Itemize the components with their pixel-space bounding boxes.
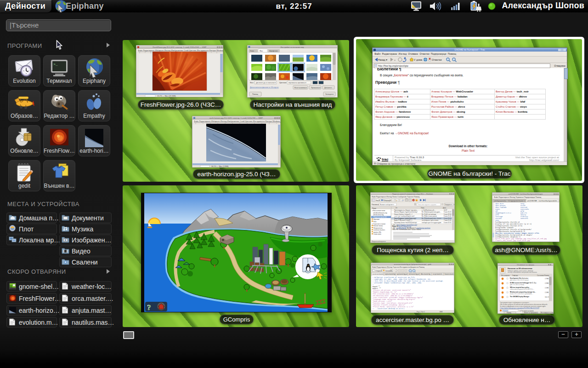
svg-text:Цветове:: Цветове:: [279, 81, 287, 84]
svg-text:Налични са 99 обновления: Налични са 99 обновления: [508, 267, 532, 270]
svg-text:Софтуер: Софтуер: [512, 275, 518, 276]
svg-text:Премахване: Премахване: [311, 87, 321, 89]
svg-text:ash@kambanaria.org: ash@kambanaria.org: [373, 212, 387, 214]
svg-text:Всички писма: Всички писма: [373, 225, 383, 227]
svg-text:Непрочетени: Непрочетени: [373, 227, 383, 229]
svg-text:trac: trac: [382, 157, 389, 161]
svg-text:вертикална преливка ▾: вертикална преливка ▾: [288, 82, 306, 84]
svg-text:Инсталиране: Инсталиране: [501, 275, 510, 276]
svg-text:Тема: Тема: [250, 50, 254, 52]
svg-text:Състояние: Състояние: [537, 275, 544, 276]
svg-text:Файл Редактиране Изглед Тър: Файл Редактиране Изглед Търсене Инструме…: [372, 266, 424, 268]
svg-text:6 юли 10:10: 6 юли 10:10: [444, 222, 452, 224]
svg-text:Шрифтове: Шрифтове: [269, 50, 278, 52]
svg-text:Добавяне…: Добавяне…: [324, 87, 334, 89]
svg-text:Поща: Поща: [372, 207, 376, 209]
svg-text:Re: [Публикации] нови думи…: Re: [Публикации] нови думи…: [422, 211, 441, 213]
svg-text:Настройки на външния вид: Настройки на външния вид: [281, 46, 304, 48]
svg-text:14:37: 14:37: [444, 209, 447, 211]
svg-text:Отваряне ▾: Отваряне ▾: [375, 270, 383, 272]
svg-text:atk.master.bg.po ✕: atk.master.bg.po ✕: [409, 273, 421, 275]
svg-text:#: ../accerciser.desktop.in.in: #: ../accerciser.desktop.in.in:3:1: [373, 308, 404, 310]
svg-text:34.2% — Мин (12MB): 34.2% — Мин (12MB): [211, 166, 229, 167]
svg-text:2,7MB: 2,7MB: [545, 278, 548, 280]
svg-text:at-spi.master.b… ✕: at-spi.master.b… ✕: [433, 273, 445, 275]
svg-text:ash@GNOME: /usr/share/backgrou: ash@GNOME: /usr/share/backgrounds/images: [508, 193, 543, 195]
svg-text:Инсталиране на обн…: Инсталиране на обн…: [541, 312, 554, 314]
svg-text:Фон: Фон: [260, 50, 263, 52]
svg-text:Файл Редактиране Изглед Пап: Файл Редактиране Изглед Папка Съобщение …: [372, 196, 419, 198]
svg-text:тях въпроси с дата готова: тях въпроси с дата готова: [422, 219, 438, 221]
svg-text:ash@contact.bg: ash@contact.bg: [373, 214, 384, 216]
svg-text:security vulnerabilities and p: security vulnerabilities and provide new…: [508, 271, 537, 273]
svg-text:accerciser.master.bg.po (/git/: accerciser.master.bg.po (/git/gnome/mast…: [394, 264, 431, 265]
svg-text:9 юли 16:20: 9 юли 16:20: [444, 211, 452, 213]
svg-text:Re: [Публикации] воист банкет…: Re: [Публикации] воист банкет…: [422, 218, 443, 219]
svg-text:• Въ основен резултат об'ъвлен: • Въ основен резултат об'ъвления with об…: [500, 304, 548, 305]
svg-text:Фон:: Фон:: [250, 81, 254, 84]
svg-text:Текущата п… ▾: Текущата п… ▾: [445, 204, 455, 206]
svg-text:Файл Редактиране Избиране И: Файл Редактиране Избиране Изглед Изображ…: [194, 120, 281, 122]
svg-text:ВМК: ВМК: [440, 311, 443, 313]
svg-text:От: От: [396, 207, 397, 209]
svg-text:Отметки: Отметки: [432, 58, 441, 61]
svg-text:гноме-прев: гноме-прев: [373, 233, 381, 235]
svg-text:FreshFlower.jpg-26.0 (ЧЗС спек: FreshFlower.jpg-26.0 (ЧЗС спектър, 1 сло…: [153, 46, 207, 48]
svg-text:▾ Търсения в папки: ▾ Търсения в папки: [372, 223, 385, 225]
svg-text:earth-horizon.jpg-25.0 (ЧЗС сп: earth-horizon.jpg-25.0 (ЧЗС спектър, 1 с…: [209, 117, 263, 119]
svg-text:Пощенска кутия (2 непрочетени,: Пощенска кутия (2 непрочетени, общо 26) …: [392, 193, 433, 195]
svg-text:Чернови: Чернови: [373, 218, 379, 220]
svg-text:▾: ▾: [394, 59, 396, 62]
svg-text:• https://admin.fedoraproject.: • https://admin.fedoraproject.org/update…: [500, 307, 539, 309]
svg-text:2,2MB: 2,2MB: [545, 282, 548, 284]
svg-text:Нов ▾: Нов ▾: [376, 200, 380, 201]
svg-text:Красимир Чонов «mk2616@abv.bg»: Красимир Чонов «mk2616@abv.bg»: [394, 222, 417, 224]
svg-text:zoneinfo: zoneinfo: [520, 218, 528, 219]
svg-text:?: ?: [147, 303, 151, 312]
svg-text:Допълнителни фонове от Интерне: Допълнителни фонове от Интернет: [250, 86, 279, 88]
svg-text:brasero.maste…: brasero.maste…: [445, 273, 454, 275]
svg-text:evolution-hackers: evolution-hackers: [373, 229, 385, 231]
svg-text:8 юли 21:40: 8 юли 21:40: [444, 215, 452, 217]
svg-text:дисплеят да се запълни ▾: дисплеят да се запълни ▾: [256, 82, 276, 84]
svg-text:# Alexander Shopov <ash@contac: # Alexander Shopov <ash@contact.bg> 2007…: [373, 282, 422, 284]
svg-text:Показвани:: Показвани:: [372, 204, 380, 206]
svg-text:9 юли 18:30: 9 юли 18:30: [444, 213, 452, 215]
svg-text:Дата: Дата: [443, 207, 446, 209]
svg-text:Ред 1, Кол 1: Ред 1, Кол 1: [417, 311, 425, 313]
svg-text:Изпете на програмата: Изпете на програмата: [524, 312, 538, 314]
svg-text:Назад ▾: Назад ▾: [378, 58, 387, 61]
svg-text:Re: [Су]Устни преводи: Re: [Су]Устни преводи: [422, 213, 436, 215]
svg-text:Stoyan Dimitrov «stoyan@...»: Stoyan Dimitrov «stoyan@...»: [394, 213, 413, 215]
svg-text:The GNOME Display Manager: The GNOME Display Manager: [510, 296, 530, 298]
svg-text:Помощ: Помощ: [252, 93, 259, 95]
svg-text:Всички съобщения ▾: Всички съобщения ▾: [380, 204, 394, 206]
svg-text:gnome-i18n: gnome-i18n: [373, 231, 381, 233]
svg-text:Explo-IT Research «info@...»: Explo-IT Research «info@...»: [394, 219, 413, 221]
svg-text:Кош: Кош: [373, 221, 377, 223]
svg-text:glib2-devel-2.30.0-3.fc12 (зап: glib2-devel-2.30.0-3.fc12 (запаз): [510, 279, 529, 281]
svg-text:2,1MB: 2,1MB: [545, 287, 548, 289]
svg-text:▾ Във всички папки: ▾ Във всички папки: [372, 210, 385, 212]
svg-text:Помощ: Помощ: [507, 312, 511, 314]
svg-text:Тема или подател съдържа: Тема или подател съдържа: [418, 204, 436, 206]
svg-text:selinux-policy-targeted-3.6.33: selinux-policy-targeted-3.6.33-106/*22 (…: [510, 288, 534, 290]
svg-text:gdb-7.0.1-34.fc (Отивай): gdb-7.0.1-34.fc (Отивай): [510, 284, 524, 286]
svg-text:2,1MB: 2,1MB: [545, 292, 548, 293]
svg-text:>_: >_: [53, 62, 58, 66]
svg-text:Затваряне: Затваряне: [325, 93, 334, 95]
svg-text:У дома: У дома: [414, 58, 423, 61]
svg-text:8 юли 19:45: 8 юли 19:45: [444, 218, 452, 219]
svg-text:Пощенска кутия (2): Пощенска кутия (2): [373, 216, 387, 218]
svg-text:Обновяване на софтуера: Обновяване на софтуера: [517, 264, 534, 266]
svg-text:Размер: Размер: [544, 275, 549, 276]
svg-text:с.в.а! тов «svetlana@gmail.com: с.в.а! тов «svetlana@gmail.com»: [394, 215, 415, 217]
svg-text:Файл Редактиране Изглед: Файл Редактиране Изглед Терминал Подпроз…: [494, 196, 542, 198]
svg-text:Изпратено/получено: Изпратено/получено: [372, 241, 386, 242]
svg-text:н. [Су]Проблем со6…: н. [Су]Проблем со6…: [422, 209, 435, 211]
svg-text:Милена Мидова «ggmilena@абv.bg: Милена Мидова «ggmilena@абv.bg»: [394, 211, 418, 213]
svg-text:13.2% — Мин (28,5MB): 13.2% — Мин (28,5MB): [157, 95, 176, 97]
svg-text:7 юли 11:20: 7 юли 11:20: [444, 219, 452, 221]
svg-text:Re: [Публ.] нова версия: Re: [Публ.] нова версия: [422, 215, 437, 217]
svg-text:Преглеждане на „Екрана“ под лу: Преглеждане на „Екрана“ под лупа…: [394, 209, 418, 211]
